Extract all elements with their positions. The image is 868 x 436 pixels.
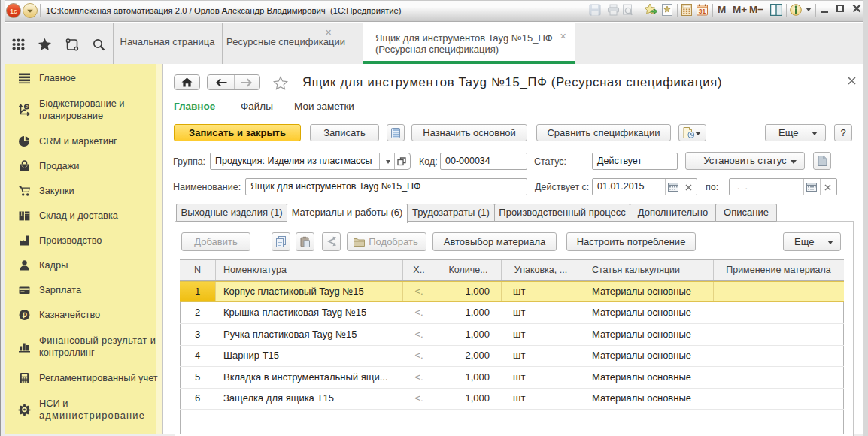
svg-text:₽: ₽: [23, 310, 27, 319]
svg-text:₽: ₽: [26, 104, 29, 109]
svg-text:31: 31: [699, 8, 706, 15]
svg-text:1с: 1с: [10, 8, 17, 15]
